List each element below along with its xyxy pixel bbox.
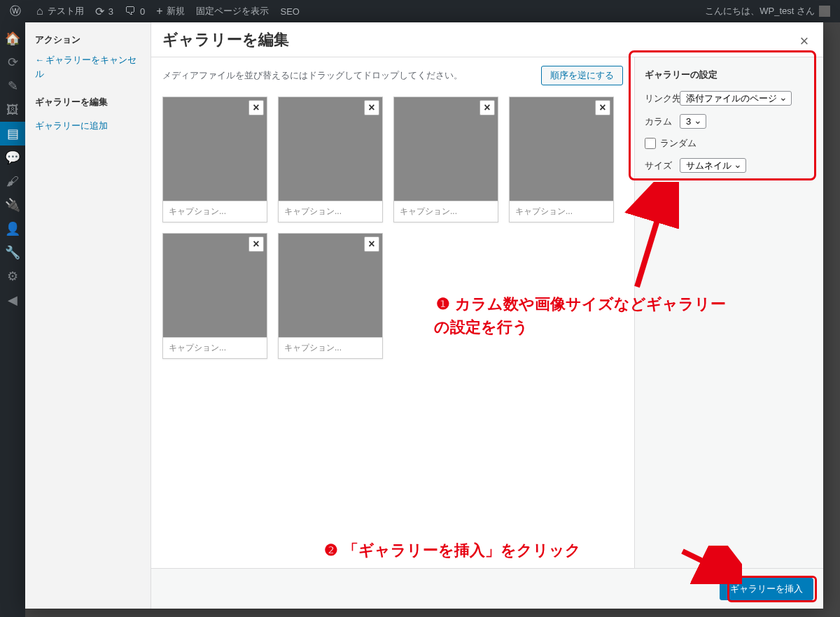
updates-icon[interactable]: ⟳ <box>0 50 25 74</box>
insert-gallery-button[interactable]: ギャラリーを挿入 <box>720 578 813 600</box>
settings-icon[interactable]: ⚙ <box>0 264 25 288</box>
columns-row: カラム 3 <box>645 114 813 129</box>
settings-heading: ギャラリーの設定 <box>645 69 813 81</box>
comment-icon: 🗨 <box>125 5 136 17</box>
posts-icon[interactable]: ✎ <box>0 74 25 98</box>
refresh-icon: ⟳ <box>95 5 104 18</box>
appearance-icon[interactable]: 🖌 <box>0 169 25 193</box>
caption-input[interactable]: キャプション... <box>510 201 613 222</box>
pages-icon[interactable]: ▤ <box>0 122 25 146</box>
remove-button[interactable]: × <box>364 100 379 115</box>
thumbnail: × <box>394 97 498 201</box>
remove-button[interactable]: × <box>248 100 264 115</box>
remove-button[interactable]: × <box>595 100 610 115</box>
modal-header: ギャラリーを編集 <box>151 22 823 57</box>
gallery-item[interactable]: × キャプション... <box>162 97 267 222</box>
random-label: ランダム <box>660 137 695 150</box>
columns-select[interactable]: 3 <box>680 114 706 129</box>
dashboard-icon[interactable]: 🏠 <box>0 27 25 50</box>
caption-input[interactable]: キャプション... <box>279 201 382 222</box>
collapse-icon[interactable]: ◀ <box>0 288 25 312</box>
remove-button[interactable]: × <box>479 100 495 115</box>
link-to-select[interactable]: 添付ファイルのページ <box>680 91 792 106</box>
add-to-gallery-link[interactable]: ギャラリーに追加 <box>35 115 141 136</box>
attachments-grid: × キャプション... × キャプション... × キャプション... × <box>151 91 634 568</box>
columns-label: カラム <box>645 115 680 128</box>
media-icon[interactable]: 🖼 <box>0 98 25 122</box>
updates[interactable]: ⟳3 <box>90 0 119 22</box>
drag-help-text: メディアファイルを並び替えるにはドラッグしてドロップしてください。 <box>162 69 463 82</box>
comments-icon[interactable]: 💬 <box>0 146 25 169</box>
reverse-order-button[interactable]: 順序を逆にする <box>541 66 623 85</box>
caption-input[interactable]: キャプション... <box>163 337 267 358</box>
link-to-row: リンク先 添付ファイルのページ <box>645 91 813 106</box>
size-row: サイズ サムネイル <box>645 158 813 173</box>
plugins-icon[interactable]: 🔌 <box>0 193 25 217</box>
wordpress-icon: ⓦ <box>10 4 21 19</box>
site-name[interactable]: ⌂テスト用 <box>31 0 90 22</box>
cancel-gallery-link[interactable]: ←ギャラリーをキャンセル <box>35 53 141 80</box>
plus-icon: + <box>156 5 162 17</box>
caption-input[interactable]: キャプション... <box>394 201 498 222</box>
arrow-left-icon: ← <box>35 55 44 65</box>
remove-button[interactable]: × <box>248 236 264 252</box>
toolbar: メディアファイルを並び替えるにはドラッグしてドロップしてください。 順序を逆にす… <box>151 57 634 91</box>
actions-heading: アクション <box>35 34 141 46</box>
size-label: サイズ <box>645 159 680 172</box>
wp-logo[interactable]: ⓦ <box>4 0 31 22</box>
gallery-item[interactable]: × キャプション... <box>162 233 267 359</box>
new-content[interactable]: +新規 <box>150 0 190 22</box>
link-to-label: リンク先 <box>645 92 680 105</box>
edit-gallery-heading: ギャラリーを編集 <box>35 96 141 108</box>
gallery-item[interactable]: × キャプション... <box>278 233 383 359</box>
gallery-item[interactable]: × キャプション... <box>278 97 383 222</box>
thumbnail: × <box>163 234 267 337</box>
caption-input[interactable]: キャプション... <box>163 201 267 222</box>
thumbnail: × <box>279 97 382 201</box>
thumbnail: × <box>279 234 382 337</box>
close-button[interactable]: × <box>794 31 815 52</box>
user-greeting[interactable]: こんにちは、WP_test さん <box>699 5 836 17</box>
gallery-settings-sidebar: ギャラリーの設定 リンク先 添付ファイルのページ カラム 3 ランダム サイ <box>634 57 823 568</box>
modal-main: ギャラリーを編集 × メディアファイルを並び替えるにはドラッグしてドロップしてく… <box>151 22 823 609</box>
home-icon: ⌂ <box>36 5 43 17</box>
modal-footer: ギャラリーを挿入 <box>151 568 823 609</box>
size-select[interactable]: サムネイル <box>680 158 746 173</box>
media-modal: アクション ←ギャラリーをキャンセル ギャラリーを編集 ギャラリーに追加 ギャラ… <box>25 22 823 609</box>
avatar <box>819 6 830 17</box>
seo-menu[interactable]: SEO <box>274 0 304 22</box>
gallery-item[interactable]: × キャプション... <box>509 97 614 222</box>
remove-button[interactable]: × <box>364 236 379 252</box>
view-page[interactable]: 固定ページを表示 <box>190 0 274 22</box>
caption-input[interactable]: キャプション... <box>279 337 382 358</box>
comments[interactable]: 🗨0 <box>119 0 150 22</box>
modal-left-sidebar: アクション ←ギャラリーをキャンセル ギャラリーを編集 ギャラリーに追加 <box>25 22 151 609</box>
thumbnail: × <box>163 97 267 201</box>
wp-admin-sidebar: 🏠 ⟳ ✎ 🖼 ▤ 💬 🖌 🔌 👤 🔧 ⚙ ◀ <box>0 22 25 617</box>
wp-admin-bar: ⓦ ⌂テスト用 ⟳3 🗨0 +新規 固定ページを表示 SEO こんにちは、WP_… <box>0 0 840 22</box>
modal-title: ギャラリーを編集 <box>162 29 289 50</box>
users-icon[interactable]: 👤 <box>0 217 25 241</box>
tools-icon[interactable]: 🔧 <box>0 241 25 264</box>
random-row: ランダム <box>645 137 813 150</box>
gallery-item[interactable]: × キャプション... <box>393 97 498 222</box>
random-checkbox[interactable] <box>645 138 656 149</box>
thumbnail: × <box>510 97 613 201</box>
